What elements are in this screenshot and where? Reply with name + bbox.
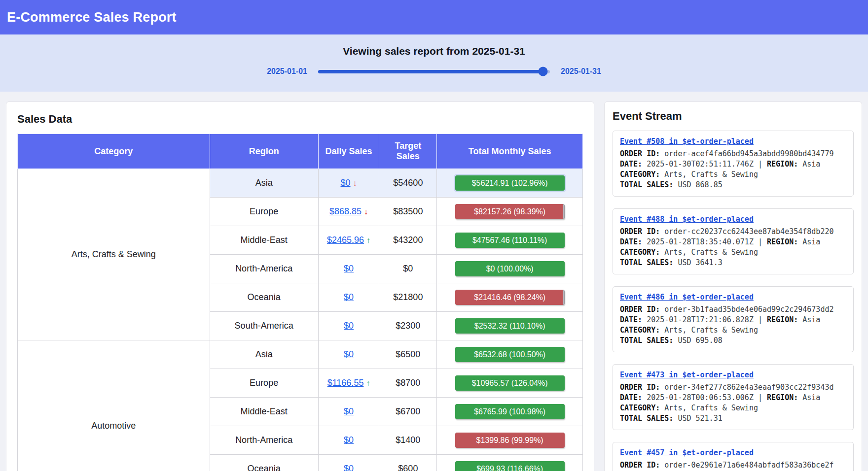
region-cell: South-America bbox=[210, 312, 318, 340]
event-line: TOTAL SALES: USD 868.85 bbox=[620, 180, 846, 190]
slider-end-label: 2025-01-31 bbox=[561, 67, 601, 76]
region-cell: Europe bbox=[210, 198, 318, 226]
trend-down-icon: ↓ bbox=[364, 207, 368, 216]
monthly-sales-bar-label: $82157.26 (98.39%) bbox=[455, 204, 565, 219]
total-monthly-cell: $10965.57 (126.04%) bbox=[437, 369, 583, 398]
daily-sales-link[interactable]: $0 bbox=[344, 292, 354, 302]
total-monthly-cell: $47567.46 (110.11%) bbox=[437, 226, 583, 255]
daily-sales-link[interactable]: $0 bbox=[341, 178, 351, 188]
event-link[interactable]: Event #473 in $et-order-placed bbox=[620, 370, 754, 379]
category-value: Arts, Crafts & Sewing bbox=[664, 170, 758, 179]
region-label: REGION: bbox=[767, 393, 802, 402]
daily-sales-link[interactable]: $0 bbox=[344, 464, 354, 471]
monthly-sales-bar-label: $0 (100.00%) bbox=[455, 261, 565, 276]
target-sales-cell: $83500 bbox=[379, 198, 437, 226]
region-cell: Europe bbox=[210, 369, 318, 398]
date-label: DATE: bbox=[620, 237, 647, 246]
event-card: Event #473 in $et-order-placedORDER ID: … bbox=[613, 364, 854, 430]
event-link[interactable]: Event #486 in $et-order-placed bbox=[620, 293, 754, 302]
target-sales-cell: $8700 bbox=[379, 369, 437, 398]
region-value: Asia bbox=[802, 315, 820, 324]
event-link[interactable]: Event #508 in $et-order-placed bbox=[620, 137, 754, 146]
monthly-sales-bar: $1399.86 (99.99%) bbox=[455, 433, 565, 448]
total-monthly-cell: $21416.46 (98.24%) bbox=[437, 283, 583, 312]
event-line: CATEGORY: Arts, Crafts & Sewing bbox=[620, 169, 846, 180]
daily-sales-cell: $0 bbox=[318, 340, 379, 369]
daily-sales-link[interactable]: $0 bbox=[344, 435, 354, 445]
category-label: CATEGORY: bbox=[620, 170, 664, 179]
monthly-sales-bar: $6765.99 (100.98%) bbox=[455, 404, 565, 419]
slider-thumb[interactable] bbox=[538, 67, 547, 76]
event-card: Event #488 in $et-order-placedORDER ID: … bbox=[613, 208, 854, 274]
category-cell: Automotive bbox=[18, 340, 210, 471]
separator: | bbox=[758, 393, 767, 402]
monthly-sales-bar-label: $56214.91 (102.96%) bbox=[455, 175, 565, 191]
order-id-label: ORDER ID: bbox=[620, 149, 664, 158]
daily-sales-cell: $868.85↓ bbox=[318, 198, 379, 226]
daily-sales-cell: $0 bbox=[318, 455, 379, 471]
event-line: DATE: 2025-01-28T17:21:06.828Z | REGION:… bbox=[620, 315, 846, 325]
daily-sales-link[interactable]: $2465.96 bbox=[327, 235, 364, 245]
date-range-slider-track[interactable] bbox=[318, 70, 550, 73]
daily-sales-cell: $0 bbox=[318, 426, 379, 455]
daily-sales-link[interactable]: $0 bbox=[344, 406, 354, 416]
target-sales-cell: $43200 bbox=[379, 226, 437, 255]
total-monthly-cell: $2532.32 (110.10%) bbox=[437, 312, 583, 340]
event-line: DATE: 2025-01-28T18:35:40.071Z | REGION:… bbox=[620, 237, 846, 247]
filter-band: Viewing sales report from 2025-01-31 202… bbox=[0, 34, 868, 92]
event-link[interactable]: Event #488 in $et-order-placed bbox=[620, 215, 754, 224]
region-cell: Middle-East bbox=[210, 398, 318, 426]
total-sales-label: TOTAL SALES: bbox=[620, 180, 678, 189]
monthly-sales-bar: $21416.46 (98.24%) bbox=[455, 290, 565, 305]
order-id-value: order-34ef277c862e4a3eaaf903cc22f9343d bbox=[664, 383, 833, 392]
daily-sales-link[interactable]: $0 bbox=[344, 321, 354, 331]
daily-sales-cell: $0 bbox=[318, 283, 379, 312]
region-cell: Oceania bbox=[210, 455, 318, 471]
column-header-total-monthly-sales: Total Monthly Sales bbox=[437, 134, 583, 169]
trend-up-icon: ↑ bbox=[366, 236, 370, 244]
event-line: DATE: 2025-01-28T00:06:53.006Z | REGION:… bbox=[620, 393, 846, 403]
total-monthly-cell: $56214.91 (102.96%) bbox=[437, 169, 583, 198]
date-label: DATE: bbox=[620, 160, 647, 168]
daily-sales-link[interactable]: $868.85 bbox=[329, 206, 362, 216]
event-list: Event #508 in $et-order-placedORDER ID: … bbox=[613, 131, 854, 471]
event-link[interactable]: Event #457 in $et-order-placed bbox=[620, 448, 754, 457]
monthly-sales-bar: $699.93 (116.66%) bbox=[455, 461, 565, 471]
category-value: Arts, Crafts & Sewing bbox=[664, 248, 758, 257]
event-stream-panel: Event Stream Event #508 in $et-order-pla… bbox=[604, 101, 862, 471]
total-sales-label: TOTAL SALES: bbox=[620, 414, 678, 423]
daily-sales-cell: $1166.55↑ bbox=[318, 369, 379, 398]
monthly-sales-bar-label: $2532.32 (110.10%) bbox=[455, 318, 565, 334]
daily-sales-link[interactable]: $0 bbox=[344, 349, 354, 359]
monthly-sales-bar-label: $21416.46 (98.24%) bbox=[455, 290, 565, 305]
target-sales-cell: $6500 bbox=[379, 340, 437, 369]
target-sales-cell: $21800 bbox=[379, 283, 437, 312]
app-header: E-Commerce Sales Report bbox=[0, 0, 868, 34]
order-id-label: ORDER ID: bbox=[620, 383, 664, 392]
event-line: CATEGORY: Arts, Crafts & Sewing bbox=[620, 247, 846, 258]
date-value: 2025-01-28T17:21:06.828Z bbox=[647, 315, 758, 324]
monthly-sales-bar: $0 (100.00%) bbox=[455, 261, 565, 276]
daily-sales-cell: $2465.96↑ bbox=[318, 226, 379, 255]
sales-table-header-row: CategoryRegionDaily SalesTarget SalesTot… bbox=[18, 134, 583, 169]
region-label: REGION: bbox=[767, 160, 802, 168]
region-value: Asia bbox=[802, 393, 820, 402]
order-id-value: order-3b1faad35bde4e06ad99c2c294673dd2 bbox=[664, 305, 833, 314]
slider-fill bbox=[318, 70, 543, 73]
daily-sales-link[interactable]: $1166.55 bbox=[327, 378, 364, 388]
page-title: E-Commerce Sales Report bbox=[7, 10, 177, 25]
region-value: Asia bbox=[802, 160, 820, 168]
region-cell: Oceania bbox=[210, 283, 318, 312]
sales-table: CategoryRegionDaily SalesTarget SalesTot… bbox=[17, 134, 583, 471]
order-id-label: ORDER ID: bbox=[620, 461, 664, 470]
monthly-sales-bar: $10965.57 (126.04%) bbox=[455, 375, 565, 391]
order-id-value: order-0e2961e71a6e484abfadf583a36bce2f bbox=[664, 461, 833, 470]
event-line: CATEGORY: Arts, Crafts & Sewing bbox=[620, 403, 846, 413]
daily-sales-link[interactable]: $0 bbox=[344, 264, 354, 273]
separator: | bbox=[758, 160, 767, 168]
event-line: TOTAL SALES: USD 521.31 bbox=[620, 413, 846, 424]
total-monthly-cell: $0 (100.00%) bbox=[437, 255, 583, 283]
monthly-sales-bar-label: $10965.57 (126.04%) bbox=[455, 375, 565, 391]
target-sales-cell: $2300 bbox=[379, 312, 437, 340]
report-date-heading: Viewing sales report from 2025-01-31 bbox=[0, 45, 868, 57]
